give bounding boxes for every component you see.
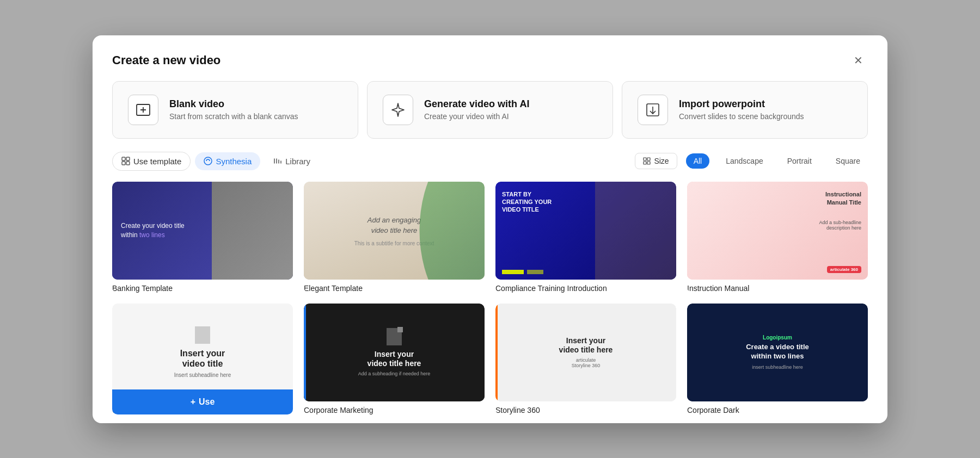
template-name-compliance: Compliance Training Introduction [495, 284, 676, 293]
template-name-dark-blue: Corporate Dark [687, 406, 868, 414]
filter-all-label: All [694, 157, 702, 165]
generate-ai-card[interactable]: Generate video with AI Create your video… [367, 81, 613, 139]
filter-all[interactable]: All [686, 153, 710, 169]
thumb-inner-dark-blue: Logoipsum Create a video titlewithin two… [687, 304, 868, 401]
template-name-storyline: Storyline 360 [495, 406, 676, 414]
thumb-inner-dark-marketing: Insert yourvideo title here Add a subhea… [304, 304, 485, 401]
thumb-inner-compliance: START BYCREATING YOURVIDEO TITLE [495, 182, 676, 280]
tab-library[interactable]: Library [265, 152, 319, 170]
blank-video-subtitle: Start from scratch with a blank canvas [169, 112, 298, 121]
thumb-inner-storyline: Insert yourvideo title here articulateSt… [495, 304, 676, 401]
blank-video-icon [128, 95, 158, 125]
svg-rect-5 [122, 157, 125, 160]
template-tabs: Use template Synthesia Library [112, 152, 319, 171]
template-card-compliance[interactable]: START BYCREATING YOURVIDEO TITLE Complia… [495, 182, 676, 293]
template-card-instruction[interactable]: InstructionalManual Title Add a sub-head… [687, 182, 868, 293]
template-thumb-banking: Create your video title within two lines [112, 182, 293, 280]
use-overlay-light[interactable]: + Use [112, 389, 293, 414]
import-ppt-title: Import powerpoint [679, 98, 804, 110]
filter-square[interactable]: Square [828, 153, 868, 169]
ai-generate-subtitle: Create your video with AI [424, 112, 529, 121]
template-thumb-storyline: Insert yourvideo title here articulateSt… [495, 304, 676, 401]
svg-rect-6 [126, 157, 130, 160]
template-thumb-dark-marketing: Insert yourvideo title here Add a subhea… [304, 304, 485, 401]
plus-icon: + [191, 397, 195, 407]
template-name-instruction: Instruction Manual [687, 284, 868, 293]
import-ppt-text: Import powerpoint Convert slides to scen… [679, 98, 804, 121]
thumb-inner-banking: Create your video title within two lines [112, 182, 293, 280]
use-template-button[interactable]: Use template [112, 152, 191, 171]
filter-square-label: Square [836, 157, 860, 165]
filter-controls: Size All Landscape Portrait Square [635, 153, 868, 169]
close-icon: ✕ [854, 54, 863, 67]
ai-generate-text: Generate video with AI Create your video… [424, 98, 529, 121]
template-section: Use template Synthesia Library [93, 152, 887, 423]
template-thumb-elegant: Add an engagingvideo title here This is … [304, 182, 485, 280]
template-controls: Use template Synthesia Library [112, 152, 868, 171]
filter-landscape[interactable]: Landscape [718, 153, 771, 169]
template-name-banking: Banking Template [112, 284, 293, 293]
modal-title: Create a new video [112, 53, 220, 67]
template-card-elegant[interactable]: Add an engagingvideo title here This is … [304, 182, 485, 293]
svg-rect-10 [644, 158, 646, 160]
use-overlay-label: Use [199, 397, 215, 407]
filter-portrait[interactable]: Portrait [780, 153, 819, 169]
template-card-dark-marketing[interactable]: Insert yourvideo title here Add a subhea… [304, 304, 485, 414]
modal-backdrop: Create a new video ✕ Blank video Start [0, 0, 980, 458]
modal-header: Create a new video ✕ [93, 35, 887, 81]
template-name-elegant: Elegant Template [304, 284, 485, 293]
template-card-banking[interactable]: Create your video title within two lines… [112, 182, 293, 293]
create-video-modal: Create a new video ✕ Blank video Start [93, 35, 887, 423]
svg-rect-12 [644, 162, 646, 164]
template-name-dark-marketing: Corporate Marketing [304, 406, 485, 414]
size-button[interactable]: Size [635, 153, 677, 169]
template-thumb-dark-blue: Logoipsum Create a video titlewithin two… [687, 304, 868, 401]
svg-rect-11 [647, 158, 650, 160]
svg-point-9 [204, 157, 212, 165]
svg-rect-13 [647, 162, 650, 164]
library-tab-label: Library [285, 157, 310, 166]
template-card-storyline[interactable]: Insert yourvideo title here articulateSt… [495, 304, 676, 414]
tab-synthesia[interactable]: Synthesia [195, 152, 260, 170]
close-button[interactable]: ✕ [848, 51, 868, 70]
creation-options: Blank video Start from scratch with a bl… [93, 81, 887, 152]
import-ppt-subtitle: Convert slides to scene backgrounds [679, 112, 804, 121]
template-grid: Create your video title within two lines… [112, 182, 868, 423]
import-ppt-icon [638, 95, 668, 125]
ai-generate-title: Generate video with AI [424, 98, 529, 110]
template-card-light[interactable]: Insert yourvideo title Insert subheadlin… [112, 304, 293, 414]
synthesia-tab-label: Synthesia [216, 157, 252, 166]
filter-portrait-label: Portrait [787, 157, 812, 165]
template-card-dark-blue[interactable]: Logoipsum Create a video titlewithin two… [687, 304, 868, 414]
svg-rect-7 [122, 162, 125, 165]
template-thumb-light: Insert yourvideo title Insert subheadlin… [112, 304, 293, 401]
blank-video-title: Blank video [169, 98, 298, 110]
use-template-label: Use template [133, 157, 181, 166]
template-thumb-compliance: START BYCREATING YOURVIDEO TITLE [495, 182, 676, 280]
blank-video-card[interactable]: Blank video Start from scratch with a bl… [112, 81, 358, 139]
size-label: Size [654, 157, 669, 165]
template-thumb-instruction: InstructionalManual Title Add a sub-head… [687, 182, 868, 280]
thumb-inner-elegant: Add an engagingvideo title here This is … [304, 182, 485, 280]
thumb-inner-instruction: InstructionalManual Title Add a sub-head… [687, 182, 868, 280]
ai-generate-icon [383, 95, 413, 125]
import-ppt-card[interactable]: Import powerpoint Convert slides to scen… [622, 81, 868, 139]
thumb-inner-light: Insert yourvideo title Insert subheadlin… [112, 304, 293, 401]
blank-video-text: Blank video Start from scratch with a bl… [169, 98, 298, 121]
filter-landscape-label: Landscape [726, 157, 763, 165]
svg-rect-8 [126, 162, 130, 165]
